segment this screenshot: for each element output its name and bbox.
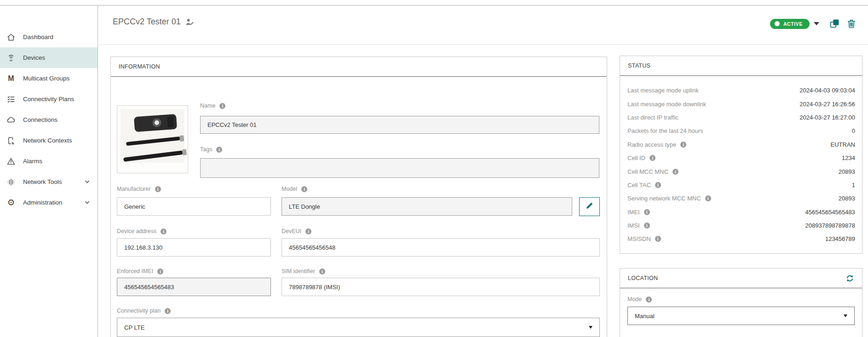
device-photo	[117, 105, 188, 173]
tags-label: Tags	[200, 146, 222, 153]
chevron-down-icon	[84, 179, 90, 185]
sidebar-item-dashboard[interactable]: Dashboard	[0, 27, 98, 47]
multicast-m-icon: M	[6, 74, 16, 84]
status-dot	[775, 21, 780, 26]
info-icon[interactable]	[155, 186, 161, 192]
sidebar-item-label: Devices	[23, 54, 45, 61]
status-row: Cell MCC MNC 20893	[627, 165, 855, 178]
info-icon[interactable]	[680, 142, 686, 148]
location-panel-header: LOCATION	[628, 275, 658, 281]
info-icon[interactable]	[161, 228, 167, 234]
gear-icon: ⚙	[6, 198, 16, 208]
sidebar-item-label: Network Tools	[23, 178, 62, 185]
sidebar-item-label: Connectivity Plans	[23, 96, 74, 103]
device-address-label: Device address	[117, 228, 167, 234]
status-row: Last direct IP traffic 2024-03-27 16:27:…	[627, 111, 855, 124]
status-panel-header: STATUS	[620, 56, 862, 76]
info-icon[interactable]	[219, 103, 225, 109]
device-network-icon	[6, 136, 16, 146]
device-signal-icon	[6, 53, 16, 63]
sim-identifier-input[interactable]	[282, 278, 600, 296]
status-panel: STATUS Last message mode uplink 2024-04-…	[620, 56, 862, 254]
copy-icon[interactable]	[829, 18, 840, 29]
trash-icon[interactable]	[846, 18, 857, 29]
info-icon[interactable]	[673, 169, 678, 175]
sidebar-item-label: Administration	[23, 199, 63, 206]
sidebar-item-network-contexts[interactable]: Network Contexts	[0, 130, 98, 151]
manufacturer-input[interactable]	[117, 197, 271, 216]
dropdown-caret-icon	[844, 314, 847, 317]
deveui-label: DevEUI	[282, 228, 311, 234]
sidebar-item-label: Dashboard	[23, 34, 53, 40]
status-badge[interactable]: ACTIVE	[770, 19, 810, 29]
deveui-input[interactable]	[282, 238, 600, 257]
sidebar-item-connections[interactable]: Connections	[0, 109, 98, 130]
antenna-image	[126, 137, 180, 146]
warning-triangle-icon	[6, 156, 16, 166]
page-header: EPCCv2 Tester 01 ACTIVE	[98, 6, 868, 45]
info-icon[interactable]	[165, 308, 171, 314]
device-address-input[interactable]	[117, 238, 271, 257]
sim-identifier-label: SIM identifier	[282, 268, 325, 274]
information-panel: INFORMATION Name Tags Manufacturer Model	[110, 57, 607, 337]
antenna-image	[123, 150, 183, 162]
refresh-icon[interactable]	[845, 274, 854, 283]
status-row: Packets for the last 24 hours 0	[627, 124, 855, 137]
info-icon[interactable]	[644, 223, 650, 228]
equalizer-icon	[6, 177, 16, 187]
info-icon[interactable]	[301, 186, 307, 192]
location-panel: LOCATION Mode Manual	[620, 268, 862, 337]
mode-label: Mode	[627, 296, 652, 303]
info-icon[interactable]	[646, 297, 652, 303]
sidebar-item-devices[interactable]: Devices	[0, 47, 98, 68]
status-row: Cell ID 1234	[627, 151, 855, 165]
pencil-icon	[585, 201, 594, 212]
info-icon[interactable]	[644, 209, 650, 215]
edit-model-button[interactable]	[579, 197, 600, 216]
page-title: EPCCv2 Tester 01	[113, 17, 195, 29]
header-actions: ACTIVE	[770, 18, 857, 29]
status-row: Radio access type EUTRAN	[627, 138, 855, 151]
info-icon[interactable]	[705, 195, 711, 201]
status-row: MSISDN 123456789	[627, 232, 855, 246]
home-icon	[6, 32, 16, 42]
lte-dongle-image	[134, 114, 177, 132]
mode-select[interactable]: Manual	[627, 307, 855, 325]
name-label: Name	[200, 103, 225, 109]
status-row: IMSI 208937898789878	[627, 219, 855, 232]
sidebar-item-label: Multicast Groups	[23, 75, 69, 82]
info-icon[interactable]	[655, 182, 661, 188]
sidebar-item-alarms[interactable]: Alarms	[0, 151, 98, 171]
sidebar-item-label: Alarms	[23, 158, 42, 165]
info-icon[interactable]	[319, 268, 325, 274]
info-icon[interactable]	[157, 268, 163, 274]
cloud-icon	[6, 115, 16, 125]
information-panel-header: INFORMATION	[111, 57, 607, 77]
name-input[interactable]	[200, 116, 599, 134]
status-row: IMEI 456545654565483	[627, 206, 855, 219]
person-edit-icon[interactable]	[185, 17, 195, 29]
connectivity-plan-select[interactable]: CP LTE	[117, 318, 600, 337]
sidebar-item-network-tools[interactable]: Network Tools	[0, 171, 98, 192]
status-dropdown-caret-icon[interactable]	[814, 22, 819, 25]
model-label: Model	[282, 186, 307, 192]
info-icon[interactable]	[655, 236, 661, 242]
info-icon[interactable]	[216, 147, 222, 153]
tags-input[interactable]	[200, 158, 599, 178]
info-icon[interactable]	[650, 155, 655, 161]
model-input[interactable]	[282, 197, 572, 216]
status-row: Last message mode uplink 2024-04-03 09:0…	[627, 84, 855, 97]
status-row: Cell TAC 1	[627, 178, 855, 192]
enforced-imei-input[interactable]	[117, 278, 271, 296]
manufacturer-label: Manufacturer	[117, 186, 161, 192]
sidebar-item-administration[interactable]: ⚙ Administration	[0, 192, 98, 213]
sidebar-item-multicast-groups[interactable]: M Multicast Groups	[0, 68, 98, 89]
connectivity-plan-label: Connectivity plan	[117, 308, 171, 314]
chevron-down-icon	[84, 200, 90, 206]
info-icon[interactable]	[305, 228, 311, 234]
dropdown-caret-icon	[589, 326, 592, 329]
sidebar-item-label: Connections	[23, 116, 57, 123]
sidebar-item-connectivity-plans[interactable]: Connectivity Plans	[0, 89, 98, 109]
status-row: Serving network MCC MNC 20893	[627, 192, 855, 205]
status-row: Last message mode downlink 2024-03-27 16…	[627, 97, 855, 110]
